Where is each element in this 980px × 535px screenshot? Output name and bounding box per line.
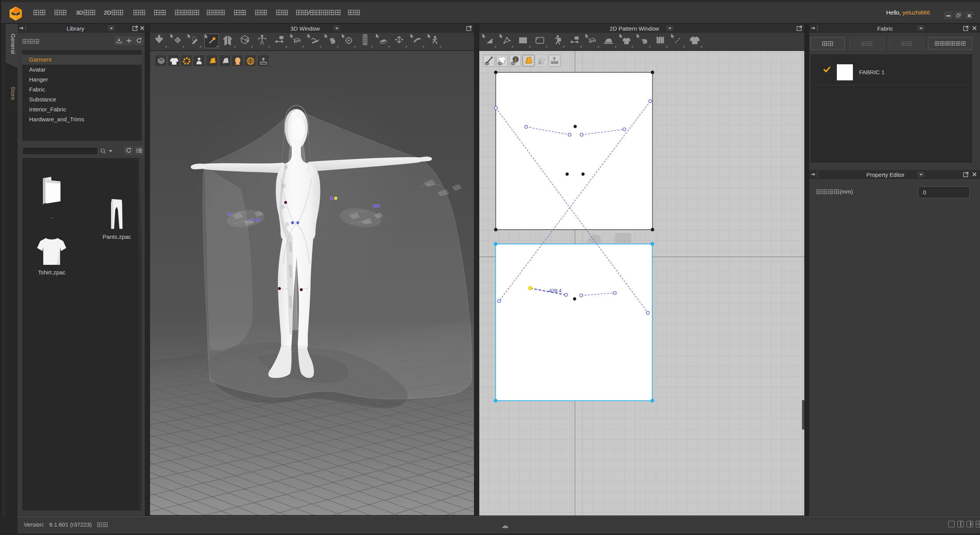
svg-text:i: i bbox=[515, 57, 516, 62]
svg-text:-439.4: -439.4 bbox=[547, 288, 562, 294]
